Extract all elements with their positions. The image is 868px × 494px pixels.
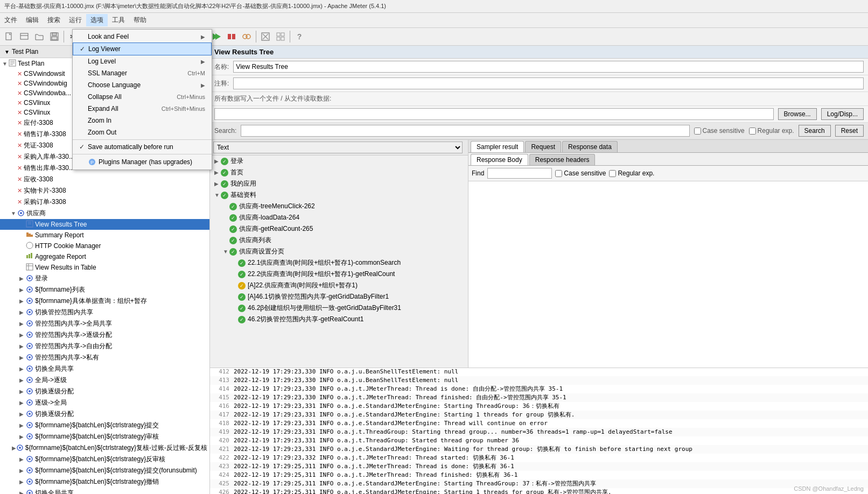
menu-zoom-out[interactable]: Zoom Out [73,126,212,138]
watermark: CSDN @Ohandfaz_Ledng [794,485,864,492]
menu-log-viewer[interactable]: ✓ Log Viewer [73,43,212,55]
svg-text:P: P [90,160,94,165]
menu-collapse-all[interactable]: Collapse All Ctrl+Minus [73,91,212,103]
menu-log-level[interactable]: Log Level ▶ [73,55,212,67]
menu-expand-all[interactable]: Expand All Ctrl+Shift+Minus [73,103,212,115]
menu-ssl-manager[interactable]: SSL Manager Ctrl+M [73,67,212,79]
menu-divider1 [73,139,212,140]
menu-save-auto[interactable]: ✓ Save automatically before run [73,141,212,153]
menu-overlay[interactable]: Look and Feel ▶ ✓ Log Viewer Log Level ▶… [0,0,868,494]
menu-choose-language[interactable]: Choose Language ▶ [73,79,212,91]
menu-look-feel[interactable]: Look and Feel ▶ [73,31,212,43]
menu-divider2 [73,154,212,154]
menu-plugins-manager[interactable]: P Plugins Manager (has upgrades) [73,156,212,168]
options-menu: Look and Feel ▶ ✓ Log Viewer Log Level ▶… [72,29,212,170]
menu-zoom-in[interactable]: Zoom In [73,115,212,126]
